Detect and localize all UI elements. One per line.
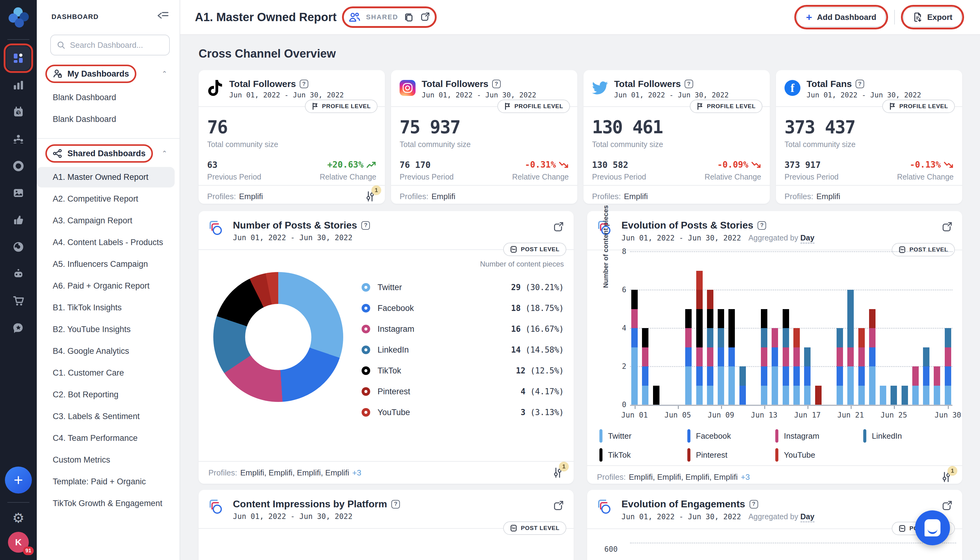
profiles-more-link[interactable]: +3 <box>741 472 750 482</box>
sidebar-item[interactable]: TikTok Growth & Engagement <box>37 493 175 514</box>
help-icon[interactable]: ? <box>856 80 864 88</box>
legend-label: Instagram <box>378 324 414 334</box>
legend-swatch <box>775 448 778 462</box>
chevron-up-icon[interactable]: ⌃ <box>162 70 167 78</box>
expand-icon[interactable] <box>552 222 564 236</box>
add-dashboard-button[interactable]: + Add Dashboard <box>797 7 885 27</box>
y-tick: 0 <box>614 400 627 409</box>
legend-label: Pinterest <box>378 387 410 397</box>
aggregated-by-day[interactable]: Day <box>800 233 815 243</box>
collapse-panel-icon[interactable] <box>158 11 168 22</box>
donut-legend-row[interactable]: Pinterest 4 (4.17%) <box>362 381 564 402</box>
dashboard-panel: DASHBOARD My Dashboards ⌃ Blank Dashboar… <box>37 0 180 560</box>
rail-item-publisher[interactable]: 3 <box>6 100 31 124</box>
help-icon[interactable]: ? <box>300 80 308 88</box>
sidebar-item[interactable]: B2. YouTube Insights <box>37 319 175 340</box>
add-fab-button[interactable]: + <box>5 467 32 493</box>
sidebar-item[interactable]: B4. Google Analytics <box>37 341 175 362</box>
user-avatar[interactable]: K 91 <box>8 532 29 553</box>
settings-gear-icon[interactable]: ⚙ <box>12 510 24 526</box>
help-icon[interactable]: ? <box>758 221 766 230</box>
sidebar-item[interactable]: C4. Team Performance <box>37 428 175 448</box>
help-icon[interactable]: ? <box>361 221 370 230</box>
donut-legend-row[interactable]: Twitter 29 (30.21%) <box>362 277 564 298</box>
rail-item-listen[interactable] <box>6 208 31 232</box>
aggregated-by-day[interactable]: Day <box>800 512 815 522</box>
expand-icon[interactable] <box>941 222 952 236</box>
kpi-change: +20.63% Relative Change <box>320 159 376 182</box>
rail-item-community[interactable] <box>6 127 31 151</box>
export-icon <box>913 12 922 22</box>
donut-legend-row[interactable]: Instagram 16 (16.67%) <box>362 318 564 340</box>
bar-legend-item-linkedin[interactable]: LinkedIn <box>863 429 951 443</box>
sidebar-item[interactable]: B1. TikTok Insights <box>37 297 175 318</box>
search-input[interactable] <box>70 40 163 50</box>
sidebar-item[interactable]: A6. Paid + Organic Report <box>37 276 175 296</box>
help-icon[interactable]: ? <box>492 80 501 88</box>
instagram-icon <box>400 80 415 96</box>
stacked-bar-jun-13 <box>761 309 767 405</box>
filter-sliders-icon[interactable]: 1 <box>552 467 564 479</box>
sidebar-item[interactable]: A1. Master Owned Report <box>37 167 175 187</box>
help-icon[interactable]: ? <box>750 500 758 508</box>
expand-icon[interactable] <box>941 500 952 514</box>
kpi-date-range: Jun 01, 2022 - Jun 30, 2022 <box>614 91 729 99</box>
rail-item-dashboards[interactable] <box>6 46 31 70</box>
chart-title: Evolution of Posts & Stories <box>622 220 753 231</box>
export-button[interactable]: Export <box>903 7 962 27</box>
content: Cross Channel Overview Total Followers? … <box>180 35 980 560</box>
sidebar-item[interactable]: Blank Dashboard <box>37 87 175 108</box>
filter-sliders-icon[interactable]: 1 <box>940 471 952 483</box>
sidebar-item[interactable]: C1. Customer Care <box>37 363 175 383</box>
profiles-more-link[interactable]: +3 <box>352 468 361 478</box>
donut-legend-row[interactable]: YouTube 3 (3.13%) <box>362 402 564 423</box>
filter-sliders-icon[interactable]: 1 <box>364 190 376 202</box>
kpi-title: Total Followers <box>229 79 296 89</box>
sidebar-item[interactable]: C3. Labels & Sentiment <box>37 406 175 427</box>
export-label: Export <box>927 13 952 22</box>
posts-widget-icon <box>597 498 615 517</box>
profiles-value: Emplifi <box>624 192 648 201</box>
help-icon[interactable]: ? <box>685 80 693 88</box>
legend-dot <box>362 345 370 354</box>
my-dashboards-section[interactable]: My Dashboards <box>53 69 129 79</box>
y-tick: 4 <box>614 324 627 332</box>
sidebar-item[interactable]: A3. Campaign Report <box>37 210 175 231</box>
sidebar-item[interactable]: Template: Paid + Organic <box>37 472 175 492</box>
bar-legend-item-tiktok[interactable]: TikTok <box>599 448 687 462</box>
rail-item-advocacy[interactable] <box>6 315 31 340</box>
rail-item-bot[interactable] <box>6 262 31 286</box>
bar-legend-item-twitter[interactable]: Twitter <box>599 429 687 443</box>
bar-legend-item-youtube[interactable]: YouTube <box>775 448 863 462</box>
rail-item-care[interactable] <box>6 235 31 259</box>
donut-legend-row[interactable]: LinkedIn 14 (14.58%) <box>362 340 564 360</box>
donut-legend-row[interactable]: Facebook 18 (18.75%) <box>362 298 564 318</box>
post-icon <box>898 246 906 253</box>
sidebar-item[interactable]: C2. Bot Reporting <box>37 385 175 405</box>
sidebar-item[interactable]: A5. Influencers Campaign <box>37 254 175 275</box>
legend-value: 18 (18.75%) <box>511 303 564 313</box>
shared-dashboards-section[interactable]: Shared Dashboards <box>53 148 145 158</box>
bar-legend-item-facebook[interactable]: Facebook <box>687 429 775 443</box>
bar-legend-item-instagram[interactable]: Instagram <box>775 429 863 443</box>
my-dashboards-label: My Dashboards <box>67 69 129 79</box>
stacked-bar-jun-20 <box>837 328 843 405</box>
donut-legend-row[interactable]: TikTok 12 (12.5%) <box>362 360 564 381</box>
open-in-new-icon[interactable] <box>420 12 430 22</box>
bar-legend-item-pinterest[interactable]: Pinterest <box>687 448 775 462</box>
chat-widget-button[interactable] <box>915 510 950 545</box>
profiles-label: Profiles: <box>208 468 237 478</box>
sidebar-item[interactable]: Custom Metrics <box>37 450 175 470</box>
rail-item-content[interactable] <box>6 181 31 205</box>
help-icon[interactable]: ? <box>391 500 400 508</box>
sidebar-item[interactable]: Blank Dashboard <box>37 109 175 130</box>
copy-icon[interactable] <box>403 12 414 22</box>
rail-item-engage[interactable] <box>6 154 31 178</box>
sidebar-item[interactable]: A4. Content Labels - Products <box>37 232 175 253</box>
emplifi-logo[interactable] <box>8 7 29 28</box>
rail-item-analytics[interactable] <box>6 73 31 97</box>
expand-icon[interactable] <box>552 500 564 514</box>
chevron-up-icon[interactable]: ⌃ <box>162 150 167 157</box>
sidebar-item[interactable]: A2. Competitive Report <box>37 189 175 209</box>
rail-item-commerce[interactable] <box>6 288 31 313</box>
